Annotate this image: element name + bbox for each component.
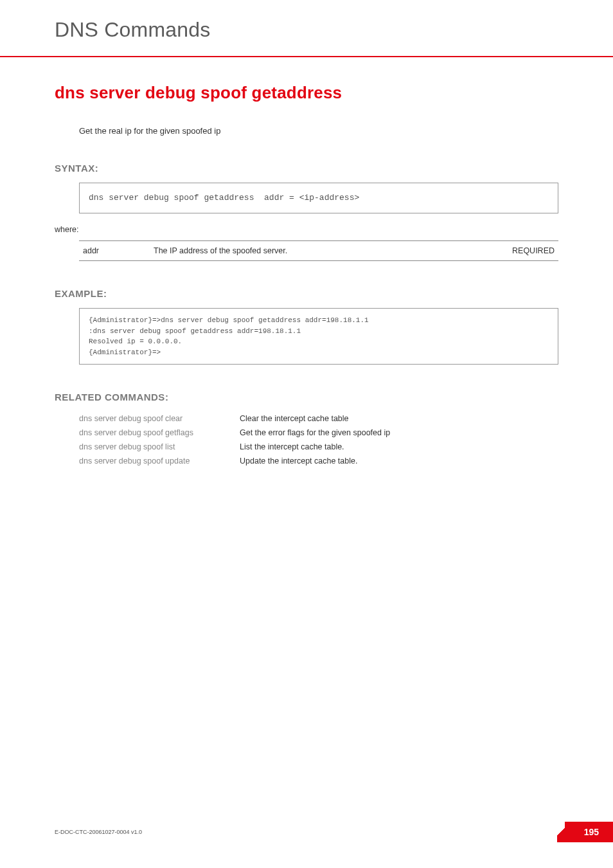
related-desc: Get the error flags for the given spoofe… bbox=[240, 426, 402, 440]
doc-id: E-DOC-CTC-20061027-0004 v1.0 bbox=[55, 829, 142, 835]
param-table: addr The IP address of the spoofed serve… bbox=[79, 240, 558, 261]
related-commands-table: dns server debug spoof clear Clear the i… bbox=[79, 411, 402, 468]
related-desc: Clear the intercept cache table bbox=[240, 411, 402, 426]
page-number-badge: 195 bbox=[565, 822, 613, 842]
syntax-label: SYNTAX: bbox=[55, 163, 558, 174]
table-row: dns server debug spoof list List the int… bbox=[79, 440, 402, 454]
param-desc: The IP address of the spoofed server. bbox=[150, 241, 488, 261]
example-code: {Administrator}=>dns server debug spoof … bbox=[79, 308, 558, 365]
param-name: addr bbox=[79, 241, 150, 261]
related-cmd: dns server debug spoof clear bbox=[79, 411, 240, 426]
command-description: Get the real ip for the given spoofed ip bbox=[55, 126, 558, 136]
where-label: where: bbox=[55, 225, 558, 234]
related-desc: List the intercept cache table. bbox=[240, 440, 402, 454]
related-cmd: dns server debug spoof update bbox=[79, 454, 240, 468]
related-cmd: dns server debug spoof list bbox=[79, 440, 240, 454]
table-row: dns server debug spoof clear Clear the i… bbox=[79, 411, 402, 426]
table-row: dns server debug spoof update Update the… bbox=[79, 454, 402, 468]
syntax-code: dns server debug spoof getaddress addr =… bbox=[79, 183, 558, 213]
chapter-title: DNS Commands bbox=[55, 18, 558, 42]
table-row: dns server debug spoof getflags Get the … bbox=[79, 426, 402, 440]
example-label: EXAMPLE: bbox=[55, 288, 558, 299]
related-cmd: dns server debug spoof getflags bbox=[79, 426, 240, 440]
related-desc: Update the intercept cache table. bbox=[240, 454, 402, 468]
command-title: dns server debug spoof getaddress bbox=[55, 83, 558, 103]
param-required: REQUIRED bbox=[488, 241, 558, 261]
related-label: RELATED COMMANDS: bbox=[55, 392, 558, 402]
table-row: addr The IP address of the spoofed serve… bbox=[79, 241, 558, 261]
